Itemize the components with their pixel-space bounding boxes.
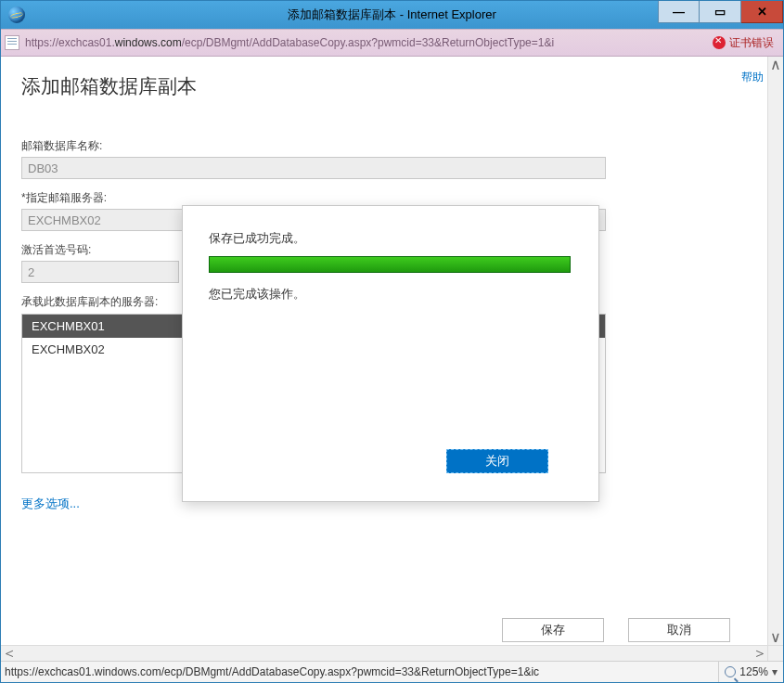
- dialog-message-1: 保存已成功完成。: [209, 230, 572, 247]
- address-bar: https://exchcas01.windows.com/ecp/DBMgmt…: [1, 29, 783, 57]
- db-name-block: 邮箱数据库名称:: [21, 138, 615, 179]
- status-url: https://exchcas01.windows.com/ecp/DBMgmt…: [5, 665, 718, 678]
- page-title: 添加邮箱数据库副本: [21, 73, 767, 99]
- completion-dialog: 保存已成功完成。 您已完成该操作。 关闭: [182, 205, 599, 502]
- scroll-left-icon[interactable]: ＜: [1, 646, 17, 661]
- certificate-error-badge[interactable]: 证书错误: [713, 35, 779, 51]
- scroll-corner: [767, 645, 783, 661]
- db-name-field: [21, 157, 606, 179]
- minimize-button[interactable]: —: [658, 1, 700, 23]
- scroll-down-icon[interactable]: ∨: [768, 629, 783, 645]
- window-close-button[interactable]: ✕: [741, 1, 783, 23]
- db-name-label: 邮箱数据库名称:: [21, 138, 615, 154]
- window-titlebar: 添加邮箱数据库副本 - Internet Explorer — ▭ ✕: [1, 1, 783, 29]
- progress-bar: [209, 256, 571, 273]
- activation-field: [21, 261, 179, 283]
- status-bar: https://exchcas01.windows.com/ecp/DBMgmt…: [1, 661, 783, 682]
- magnifier-icon: [725, 666, 736, 677]
- url-host-pre: exchcas01.: [58, 36, 115, 49]
- zoom-dropdown-icon[interactable]: ▾: [772, 665, 778, 678]
- server-label: *指定邮箱服务器:: [21, 190, 615, 206]
- maximize-button[interactable]: ▭: [700, 1, 741, 23]
- dialog-message-2: 您已完成该操作。: [209, 286, 572, 303]
- client-area: 帮助 添加邮箱数据库副本 邮箱数据库名称: *指定邮箱服务器: 激活首选号码: …: [1, 57, 783, 682]
- zoom-control[interactable]: 125% ▾: [718, 662, 783, 682]
- vertical-scrollbar[interactable]: ∧ ∨: [767, 57, 783, 645]
- scroll-right-icon[interactable]: ＞: [752, 646, 767, 661]
- more-options-link[interactable]: 更多选项...: [21, 496, 80, 512]
- window-controls: — ▭ ✕: [658, 1, 783, 29]
- url-path: /ecp/DBMgmt/AddDatabaseCopy.aspx?pwmcid=…: [182, 36, 554, 49]
- cert-error-icon: [713, 36, 726, 49]
- zoom-value: 125%: [739, 665, 768, 678]
- save-button[interactable]: 保存: [502, 618, 604, 642]
- help-link[interactable]: 帮助: [741, 70, 764, 85]
- page-icon: [5, 35, 19, 50]
- form-buttons: 保存 取消: [502, 618, 730, 642]
- ie-window: 添加邮箱数据库副本 - Internet Explorer — ▭ ✕ http…: [0, 0, 784, 683]
- dialog-close-button[interactable]: 关闭: [446, 449, 548, 473]
- address-url[interactable]: https://exchcas01.windows.com/ecp/DBMgmt…: [25, 36, 707, 49]
- ie-logo-icon: [8, 6, 25, 23]
- horizontal-scrollbar[interactable]: ＜ ＞: [1, 645, 767, 661]
- url-host: windows.com: [115, 36, 182, 49]
- scroll-up-icon[interactable]: ∧: [768, 57, 783, 72]
- url-scheme: https://: [25, 36, 58, 49]
- cert-error-label: 证书错误: [729, 35, 774, 51]
- cancel-button[interactable]: 取消: [628, 618, 730, 642]
